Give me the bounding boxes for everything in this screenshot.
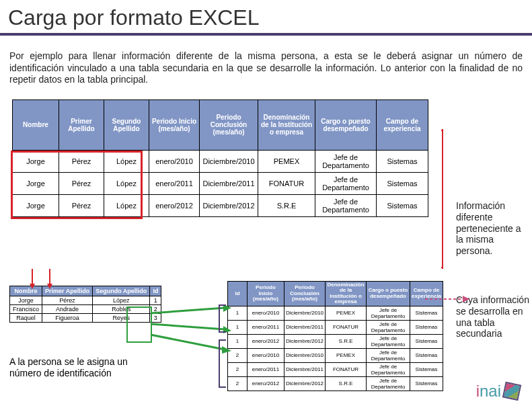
table-cell: Sistemas	[377, 172, 428, 194]
table-cell: López	[93, 296, 150, 305]
highlight-same-person	[11, 151, 143, 219]
table-cell: FONATUR	[326, 362, 367, 376]
table-cell: 1	[228, 334, 248, 348]
table-cell: Diciembre/2010	[200, 150, 258, 172]
inai-logo: inai	[476, 382, 520, 401]
table-cell: Sistemas	[377, 150, 428, 172]
table-cell: Diciembre/2011	[200, 172, 258, 194]
table-cell: Jefe de Departamento	[367, 306, 410, 320]
table-cell: enero/2012	[149, 194, 200, 216]
secondary-table: IdPeriodo Inicio (mes/año)Periodo Conclu…	[227, 281, 443, 391]
table-cell: enero/2011	[248, 320, 284, 334]
table-cell: Jorge	[10, 296, 42, 305]
table-header: Id	[228, 282, 248, 306]
table-cell: 1	[228, 320, 248, 334]
table-cell: Sistemas	[410, 362, 443, 376]
table-row: 1enero/2011Diciembre/2011FONATURJefe de …	[228, 320, 443, 334]
svg-line-6	[151, 308, 225, 313]
table-header: Id	[150, 286, 161, 296]
table-cell: enero/2010	[248, 306, 284, 320]
table-cell: 2	[228, 362, 248, 376]
logo-cube-icon	[502, 382, 521, 401]
table-cell: FONATUR	[258, 172, 315, 194]
note-same-person: Información diferente perteneciente a la…	[456, 200, 530, 257]
table-cell: Sistemas	[410, 334, 443, 348]
table-row: 2enero/2011Diciembre/2011FONATURJefe de …	[228, 362, 443, 376]
table-header: Denominación de la Institución o empresa	[258, 99, 315, 150]
table-header: Cargo o puesto desempeñado	[367, 282, 410, 306]
table-cell: 1	[150, 296, 161, 305]
main-table-wrap: NombrePrimer ApellidoSegundo ApellidoPer…	[12, 99, 443, 217]
note-secondary-table: Cuya información se desarrolla en una ta…	[456, 294, 530, 339]
table-cell: PEMEX	[326, 306, 367, 320]
table-cell: PEMEX	[258, 150, 315, 172]
table-header: Segundo Apellido	[93, 286, 150, 296]
table-cell: 2	[228, 348, 248, 362]
svg-line-8	[151, 324, 225, 329]
title-bar: Carga por formato EXCEL	[0, 0, 532, 36]
table-cell: Diciembre/2012	[284, 376, 326, 391]
table-cell: Diciembre/2012	[284, 334, 326, 348]
table-cell: Jefe de Departamento	[315, 150, 377, 172]
table-cell: Sistemas	[410, 320, 443, 334]
table-row: 1enero/2010Diciembre/2010PEMEXJefe de De…	[228, 306, 443, 320]
table-cell: Diciembre/2011	[284, 362, 326, 376]
table-row: JorgePérezLópez1	[10, 296, 161, 305]
table-cell: Francisco	[10, 305, 42, 314]
arrows-id-to-secondary	[149, 304, 237, 358]
table-cell: Jefe de Departamento	[367, 376, 410, 391]
table-header: Primer Apellido	[42, 286, 93, 296]
table-header: Periodo Inicio (mes/año)	[248, 282, 284, 306]
table-cell: FONATUR	[326, 320, 367, 334]
table-cell: enero/2010	[149, 150, 200, 172]
table-cell: Figueroa	[42, 314, 93, 323]
table-header: Periodo Conclusión (mes/año)	[200, 99, 258, 150]
table-row: 2enero/2010Diciembre/2010PEMEXJefe de De…	[228, 348, 443, 362]
table-cell: Diciembre/2010	[284, 348, 326, 362]
table-header: Segundo Apellido	[104, 99, 149, 150]
table-cell: Sistemas	[410, 376, 443, 391]
table-row: 2enero/2012Diciembre/2012S.R.EJefe de De…	[228, 376, 443, 391]
table-cell: S.R.E	[258, 194, 315, 216]
table-header: Campo de experiencia	[410, 282, 443, 306]
assignment-caption: A la persona se le asigna un número de i…	[9, 356, 144, 379]
table-header: Nombre	[10, 286, 42, 296]
table-cell: enero/2011	[248, 362, 284, 376]
highlight-id-column	[126, 306, 152, 343]
svg-line-10	[151, 335, 225, 350]
table-cell: enero/2012	[248, 376, 284, 391]
table-cell: 2	[228, 376, 248, 391]
table-cell: Jefe de Departamento	[315, 172, 377, 194]
table-cell: Jefe de Departamento	[315, 194, 377, 216]
table-header: Periodo Conclusión (mes/año)	[284, 282, 326, 306]
table-cell: S.R.E	[326, 376, 367, 391]
table-cell: Jefe de Departamento	[367, 320, 410, 334]
table-cell: enero/2010	[248, 348, 284, 362]
table-cell: Sistemas	[410, 306, 443, 320]
table-cell: PEMEX	[326, 348, 367, 362]
table-cell: Sistemas	[377, 194, 428, 216]
table-row: 1enero/2012Diciembre/2012S.R.EJefe de De…	[228, 334, 443, 348]
table-cell: Jefe de Departamento	[367, 348, 410, 362]
table-cell: S.R.E	[326, 334, 367, 348]
table-header: Primer Apellido	[59, 99, 104, 150]
table-cell: 1	[228, 306, 248, 320]
table-cell: Jefe de Departamento	[367, 334, 410, 348]
description-paragraph: Por ejemplo para llenar información dife…	[0, 45, 532, 90]
table-cell: enero/2012	[248, 334, 284, 348]
table-header: Denominación de la Institución o empresa	[326, 282, 367, 306]
table-header: Campo de experiencia	[377, 99, 428, 150]
table-cell: enero/2011	[149, 172, 200, 194]
table-cell: Diciembre/2012	[200, 194, 258, 216]
table-cell: Diciembre/2010	[284, 306, 326, 320]
table-cell: Andrade	[42, 305, 93, 314]
secondary-table-wrap: IdPeriodo Inicio (mes/año)Periodo Conclu…	[227, 281, 443, 391]
table-cell: Sistemas	[410, 348, 443, 362]
table-cell: Diciembre/2011	[284, 320, 326, 334]
page-title: Carga por formato EXCEL	[8, 5, 524, 30]
table-cell: Pérez	[42, 296, 93, 305]
table-cell: Raquel	[10, 314, 42, 323]
table-header: Cargo o puesto desempeñado	[315, 99, 377, 150]
table-header: Periodo Inicio (mes/año)	[149, 99, 200, 150]
table-cell: Jefe de Departamento	[367, 362, 410, 376]
